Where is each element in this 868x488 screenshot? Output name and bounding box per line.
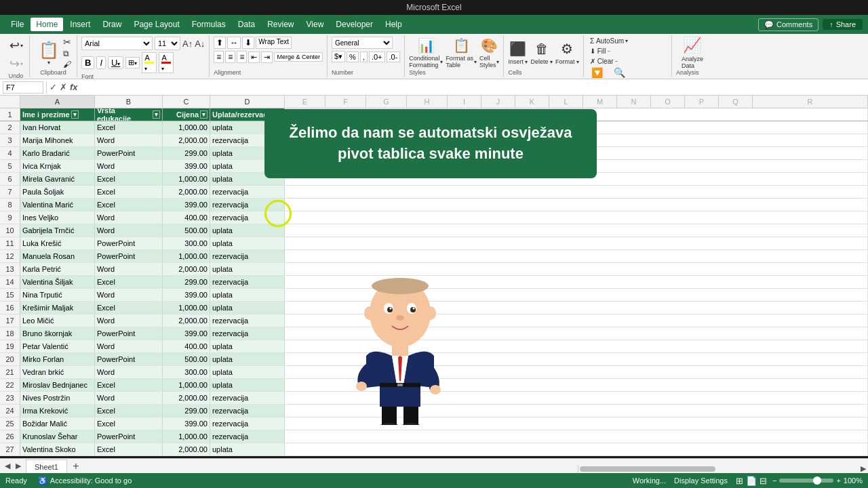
cell-b-9[interactable]: Word xyxy=(95,211,163,224)
cell-a-3[interactable]: Marija Mihonek xyxy=(20,134,95,146)
cell-b-24[interactable]: Excel xyxy=(95,405,163,417)
font-color-btn[interactable]: A▾ xyxy=(159,52,174,73)
zoom-slider[interactable] xyxy=(779,479,833,483)
menu-developer[interactable]: Developer xyxy=(330,18,378,31)
cell-a-14[interactable]: Valentina Šiljak xyxy=(20,276,95,288)
menu-review[interactable]: Review xyxy=(262,18,299,31)
cell-d-14[interactable]: rezervacija xyxy=(210,276,285,288)
page-break-btn[interactable]: ⊟ xyxy=(760,476,767,486)
formula-cancel-icon[interactable]: ✗ xyxy=(60,82,67,92)
cell-d-13[interactable]: uplata xyxy=(210,263,285,275)
col-header-q[interactable]: Q xyxy=(719,96,753,108)
cell-e-8[interactable] xyxy=(285,199,868,211)
underline-btn[interactable]: U▾ xyxy=(108,56,123,69)
cell-b-25[interactable]: Excel xyxy=(95,418,163,430)
add-sheet-btn[interactable]: + xyxy=(68,460,83,473)
menu-data[interactable]: Data xyxy=(233,18,260,31)
align-bottom-btn[interactable]: ⬇ xyxy=(242,37,254,49)
menu-help[interactable]: Help xyxy=(380,18,408,31)
menu-formulas[interactable]: Formulas xyxy=(186,18,231,31)
cell-c-24[interactable]: 299.00 xyxy=(163,405,210,417)
cell-b-6[interactable]: Excel xyxy=(95,173,163,185)
col-header-a[interactable]: A xyxy=(20,96,95,108)
currency-btn[interactable]: $▾ xyxy=(332,51,345,62)
delete-btn[interactable]: 🗑 Delete ▾ xyxy=(530,41,553,65)
align-left-btn[interactable]: ≡ xyxy=(214,51,224,63)
cell-c-18[interactable]: 399.00 xyxy=(163,327,210,340)
menu-home[interactable]: Home xyxy=(31,18,63,31)
cell-d-22[interactable]: uplata xyxy=(210,379,285,391)
header-cell-c[interactable]: Cijena▾ xyxy=(163,108,210,121)
cell-c-19[interactable]: 400.00 xyxy=(163,340,210,352)
cell-d-27[interactable]: uplata xyxy=(210,443,285,455)
align-middle-btn[interactable]: ↔ xyxy=(227,37,241,49)
col-header-h[interactable]: H xyxy=(407,96,448,108)
col-header-r[interactable]: R xyxy=(753,96,868,108)
header-cell-b[interactable]: Vrsta edukacije▾ xyxy=(95,108,163,121)
increase-decimal-btn[interactable]: .0+ xyxy=(369,52,385,62)
increase-font-btn[interactable]: A↑ xyxy=(182,39,193,49)
decrease-font-btn[interactable]: A↓ xyxy=(195,39,205,49)
cell-c-6[interactable]: 1,000.00 xyxy=(163,173,210,185)
cell-b-15[interactable]: Word xyxy=(95,289,163,301)
cell-b-20[interactable]: PowerPoint xyxy=(95,353,163,365)
formula-check-icon[interactable]: ✓ xyxy=(50,82,57,92)
cell-a-19[interactable]: Petar Valentić xyxy=(20,340,95,352)
cell-a-17[interactable]: Leo Mičić xyxy=(20,314,95,327)
menu-insert[interactable]: Insert xyxy=(64,18,96,31)
cell-a-7[interactable]: Paula Šoljak xyxy=(20,186,95,198)
cell-c-10[interactable]: 500.00 xyxy=(163,224,210,237)
cell-c-9[interactable]: 400.00 xyxy=(163,211,210,224)
cell-c-4[interactable]: 299.00 xyxy=(163,147,210,159)
cell-a-23[interactable]: Nives Postržin xyxy=(20,392,95,404)
format-painter-btn[interactable]: 🖌 xyxy=(63,60,71,69)
conditional-formatting-btn[interactable]: 📊 ConditionalFormatting ▾ xyxy=(409,37,443,68)
col-header-i[interactable]: I xyxy=(448,96,481,108)
cell-c-15[interactable]: 399.00 xyxy=(163,289,210,301)
cell-b-26[interactable]: PowerPoint xyxy=(95,430,163,443)
cell-a-26[interactable]: Krunoslav Šehar xyxy=(20,430,95,443)
cell-b-22[interactable]: Excel xyxy=(95,379,163,391)
cell-c-12[interactable]: 1,000.00 xyxy=(163,250,210,262)
cell-a-9[interactable]: Ines Veljko xyxy=(20,211,95,224)
cell-c-8[interactable]: 399.00 xyxy=(163,199,210,211)
cell-a-20[interactable]: Mirko Forlan xyxy=(20,353,95,365)
cell-c-20[interactable]: 500.00 xyxy=(163,353,210,365)
cell-b-21[interactable]: Word xyxy=(95,366,163,378)
undo-btn[interactable]: ↩▾ xyxy=(7,37,25,54)
cell-c-27[interactable]: 2,000.00 xyxy=(163,443,210,455)
cell-d-18[interactable]: rezervacija xyxy=(210,327,285,340)
cell-d-17[interactable]: rezervacija xyxy=(210,314,285,327)
cell-a-27[interactable]: Valentina Skoko xyxy=(20,443,95,455)
align-center-btn[interactable]: ≡ xyxy=(225,51,235,63)
cell-a-18[interactable]: Bruno škornjak xyxy=(20,327,95,340)
cell-d-20[interactable]: uplata xyxy=(210,353,285,365)
merge-center-btn[interactable]: Merge & Center xyxy=(274,52,323,62)
scrollbar-h[interactable] xyxy=(578,465,849,473)
cell-b-23[interactable]: Word xyxy=(95,392,163,404)
scrollbar-right-arrow[interactable]: ▶ xyxy=(859,464,868,473)
zoom-in-btn[interactable]: + xyxy=(836,476,840,485)
accessibility-status[interactable]: ♿ Accessibility: Good to go xyxy=(38,476,132,485)
cell-b-19[interactable]: Word xyxy=(95,340,163,352)
col-header-c[interactable]: C xyxy=(163,96,210,108)
cut-btn[interactable]: ✂ xyxy=(63,37,71,47)
cell-a-8[interactable]: Valentina Marić xyxy=(20,199,95,211)
col-header-p[interactable]: P xyxy=(685,96,719,108)
italic-btn[interactable]: I xyxy=(96,56,106,69)
cell-c-26[interactable]: 1,000.00 xyxy=(163,430,210,443)
percent-btn[interactable]: % xyxy=(347,52,359,62)
cell-c-25[interactable]: 399.00 xyxy=(163,418,210,430)
cell-d-23[interactable]: rezervacija xyxy=(210,392,285,404)
cell-c-14[interactable]: 299.00 xyxy=(163,276,210,288)
format-btn[interactable]: ⚙ Format ▾ xyxy=(555,41,579,65)
cell-c-23[interactable]: 2,000.00 xyxy=(163,392,210,404)
sort-filter-btn[interactable]: 🔽 Sort &Filter ▾ xyxy=(588,67,606,79)
cell-b-2[interactable]: Excel xyxy=(95,121,163,134)
cell-b-11[interactable]: PowerPoint xyxy=(95,237,163,249)
cell-a-13[interactable]: Karla Petrić xyxy=(20,263,95,275)
col-header-d[interactable]: D xyxy=(210,96,285,108)
cell-a-12[interactable]: Manuela Rosan xyxy=(20,250,95,262)
cell-b-5[interactable]: Word xyxy=(95,160,163,172)
bold-btn[interactable]: B xyxy=(81,56,94,69)
